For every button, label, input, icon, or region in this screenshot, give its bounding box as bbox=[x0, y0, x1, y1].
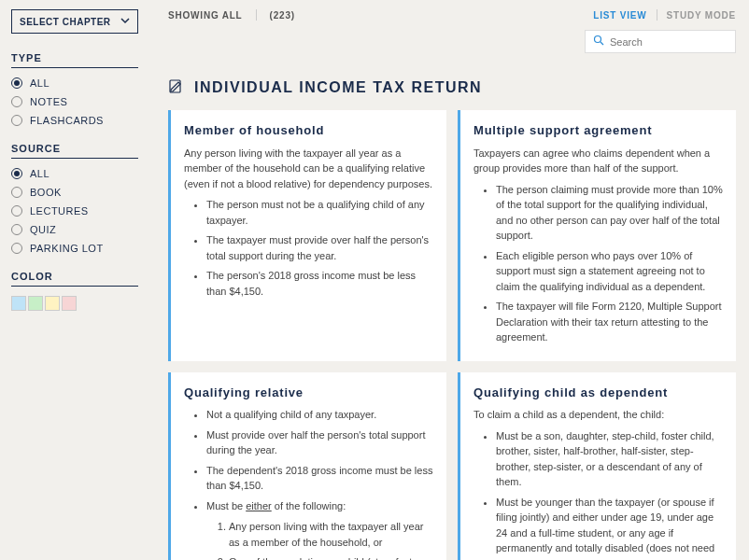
svg-line-1 bbox=[601, 42, 603, 45]
list-item: Each eligible person who pays over 10% o… bbox=[496, 248, 723, 295]
showing-label: SHOWING ALL bbox=[168, 10, 243, 21]
list-item: Must be either of the following: Any per… bbox=[206, 498, 433, 561]
result-count: (223) bbox=[270, 10, 295, 21]
card-title: Qualifying relative bbox=[184, 384, 433, 402]
note-card[interactable]: Member of household Any person living wi… bbox=[168, 110, 446, 361]
radio-icon bbox=[11, 96, 22, 107]
card-title: Qualifying child as dependent bbox=[473, 384, 723, 402]
radio-label: LECTURES bbox=[30, 205, 89, 217]
svg-point-0 bbox=[595, 36, 601, 43]
divider bbox=[256, 9, 257, 21]
radio-label: NOTES bbox=[30, 96, 67, 107]
study-mode-button[interactable]: STUDY MODE bbox=[667, 10, 737, 21]
sidebar: SELECT CHAPTER TYPE ALLNOTESFLASHCARDS S… bbox=[0, 0, 149, 560]
divider bbox=[657, 9, 657, 21]
type-option[interactable]: ALL bbox=[11, 77, 138, 89]
source-option[interactable]: QUIZ bbox=[11, 224, 138, 235]
type-option[interactable]: FLASHCARDS bbox=[11, 115, 138, 126]
list-item: Must provide over half the person's tota… bbox=[206, 427, 433, 458]
radio-icon bbox=[11, 115, 22, 126]
list-item: Any person living with the taxpayer all … bbox=[229, 519, 433, 550]
list-item: One of these relatives: a child (step, f… bbox=[229, 554, 433, 560]
color-swatch[interactable] bbox=[11, 296, 26, 311]
radio-icon bbox=[11, 243, 22, 254]
color-swatch[interactable] bbox=[28, 296, 43, 311]
list-item: The person must not be a qualifying chil… bbox=[206, 197, 433, 228]
radio-icon bbox=[11, 77, 22, 89]
list-item: Not a qualifying child of any taxpayer. bbox=[206, 407, 433, 423]
list-item: The person claiming must provide more th… bbox=[496, 182, 723, 244]
card-intro: Taxpayers can agree who claims dependent… bbox=[473, 146, 723, 176]
list-item: Must be a son, daughter, step-child, fos… bbox=[496, 428, 723, 490]
radio-label: ALL bbox=[30, 77, 49, 89]
card-bullets: Must be a son, daughter, step-child, fos… bbox=[473, 428, 723, 561]
search-input[interactable] bbox=[610, 36, 728, 48]
radio-icon bbox=[11, 224, 22, 235]
list-item: The person's 2018 gross income must be l… bbox=[206, 268, 433, 299]
page-title: INDIVIDUAL INCOME TAX RETURN bbox=[168, 77, 736, 97]
search-box[interactable] bbox=[585, 30, 736, 53]
list-item: Must be younger than the taxpayer (or sp… bbox=[496, 495, 723, 561]
color-swatch[interactable] bbox=[45, 296, 60, 311]
radio-icon bbox=[11, 187, 22, 198]
edit-icon bbox=[168, 77, 185, 97]
card-bullets: The person must not be a qualifying chil… bbox=[184, 197, 433, 299]
filter-source-title: SOURCE bbox=[11, 143, 138, 159]
list-view-button[interactable]: LIST VIEW bbox=[593, 10, 646, 21]
type-option[interactable]: NOTES bbox=[11, 96, 138, 107]
topbar: SHOWING ALL (223) LIST VIEW STUDY MODE bbox=[168, 9, 736, 21]
chevron-down-icon bbox=[120, 16, 130, 27]
list-item: The taxpayer must provide over half the … bbox=[206, 232, 433, 263]
note-card[interactable]: Multiple support agreement Taxpayers can… bbox=[458, 110, 736, 361]
filter-type-title: TYPE bbox=[11, 52, 138, 68]
color-swatches bbox=[11, 296, 138, 311]
source-option[interactable]: LECTURES bbox=[11, 205, 138, 217]
main: SHOWING ALL (223) LIST VIEW STUDY MODE bbox=[149, 0, 749, 560]
list-item: The dependent's 2018 gross income must b… bbox=[206, 463, 433, 494]
filter-color-title: COLOR bbox=[11, 271, 138, 287]
card-intro: Any person living with the taxpayer all … bbox=[184, 146, 433, 192]
radio-label: PARKING LOT bbox=[30, 243, 104, 254]
source-option[interactable]: BOOK bbox=[11, 187, 138, 198]
radio-label: QUIZ bbox=[30, 224, 56, 235]
list-item: The taxpayer will file Form 2120, Multip… bbox=[496, 299, 723, 345]
page-heading: INDIVIDUAL INCOME TAX RETURN bbox=[194, 79, 482, 96]
card-bullets: Not a qualifying child of any taxpayer. … bbox=[184, 407, 433, 560]
ordered-list: Any person living with the taxpayer all … bbox=[206, 519, 433, 560]
cards-grid: Member of household Any person living wi… bbox=[168, 110, 736, 560]
card-title: Multiple support agreement bbox=[473, 121, 723, 140]
select-chapter-button[interactable]: SELECT CHAPTER bbox=[11, 9, 138, 34]
radio-label: BOOK bbox=[30, 187, 62, 198]
source-option[interactable]: ALL bbox=[11, 168, 138, 179]
note-card[interactable]: Qualifying relative Not a qualifying chi… bbox=[168, 372, 446, 561]
card-intro: To claim a child as a dependent, the chi… bbox=[473, 407, 723, 423]
note-card[interactable]: Qualifying child as dependent To claim a… bbox=[458, 372, 736, 561]
radio-icon bbox=[11, 168, 22, 179]
radio-label: FLASHCARDS bbox=[30, 115, 104, 126]
color-swatch[interactable] bbox=[62, 296, 77, 311]
card-bullets: The person claiming must provide more th… bbox=[473, 182, 723, 345]
radio-icon bbox=[11, 205, 22, 217]
select-chapter-label: SELECT CHAPTER bbox=[20, 17, 111, 27]
card-title: Member of household bbox=[184, 121, 433, 140]
source-option[interactable]: PARKING LOT bbox=[11, 243, 138, 254]
search-icon bbox=[593, 35, 604, 49]
radio-label: ALL bbox=[30, 168, 49, 179]
